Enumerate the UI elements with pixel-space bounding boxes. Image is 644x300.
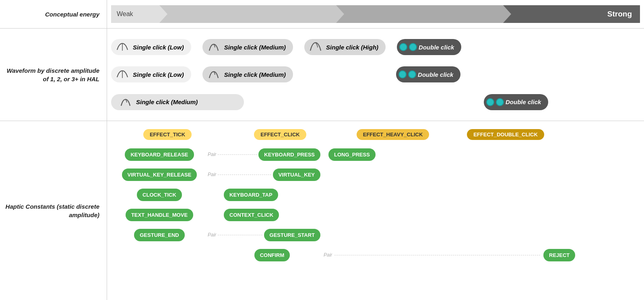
keyboard-release-cell: KEYBOARD_RELEASE (111, 148, 208, 161)
gesture-pair-connector: Pair GESTURE_START (208, 229, 320, 241)
gesture-end-cell: GESTURE_END (111, 229, 208, 241)
haptic-row-clock: CLOCK_TICK KEYBOARD_TAP (111, 187, 640, 203)
wave-medium-icon-2 (206, 69, 221, 80)
right-content: Weak Strong (107, 0, 644, 300)
pair-label-virtual-key: Pair (208, 172, 216, 177)
keyboard-tap-pill: KEYBOARD_TAP (224, 189, 278, 201)
haptic-row-confirm: CONFIRM Pair REJECT (111, 247, 640, 263)
effect-heavy-click-pill: EFFECT_HEAVY_CLICK (357, 129, 429, 140)
pair-line-keyboard (218, 154, 257, 155)
gesture-start-pill: GESTURE_START (264, 229, 320, 241)
effect-click-cell: EFFECT_CLICK (224, 129, 336, 140)
effect-tick-pill: EFFECT_TICK (143, 129, 192, 140)
effect-click-pill: EFFECT_CLICK (254, 129, 306, 140)
effect-row: EFFECT_TICK EFFECT_CLICK EFFECT_HEAVY_CL… (111, 129, 640, 140)
reject-pill: REJECT (543, 249, 575, 261)
context-click-cell: CONTEXT_CLICK (224, 209, 320, 221)
wave-low-icon-1 (115, 41, 130, 53)
energy-strong: Strong (503, 5, 640, 23)
waveform-low-1: Single click (Low) (111, 39, 191, 55)
pair-line-confirm (334, 255, 540, 255)
teal-circle-left-1 (399, 43, 407, 51)
teal-circle-right-1 (409, 43, 417, 51)
left-labels: Conceptual energy Waveform by discrete a… (0, 0, 107, 300)
confirm-pill: CONFIRM (254, 249, 290, 261)
energy-row: Weak Strong (107, 0, 644, 28)
effect-double-click-cell: EFFECT_DOUBLE_CLICK (449, 129, 562, 140)
double-click-icon-3 (488, 97, 502, 108)
energy-seg2 (159, 5, 336, 23)
waveform-double-1: Double click (397, 39, 461, 55)
virtual-key-release-pill: VIRTUAL_KEY_RELEASE (122, 168, 197, 181)
waveform-row-1: Single click (Low) Single click (Medium) (111, 39, 640, 55)
clock-tick-pill: CLOCK_TICK (137, 189, 182, 201)
waveform-medium-1: Single click (Medium) (202, 39, 293, 55)
keyboard-press-pill: KEYBOARD_PRESS (258, 148, 320, 161)
haptic-row-text-handle: TEXT_HANDLE_MOVE CONTEXT_CLICK (111, 207, 640, 223)
long-press-pill: LONG_PRESS (328, 148, 376, 161)
pair-line-gesture (218, 235, 262, 235)
waveform-label: Waveform by discrete amplitude of 1, 2, … (0, 28, 107, 121)
text-handle-move-pill: TEXT_HANDLE_MOVE (126, 209, 193, 221)
teal-circle-left-2 (398, 70, 407, 78)
keyboard-tap-cell: KEYBOARD_TAP (224, 189, 320, 201)
virtual-key-release-cell: VIRTUAL_KEY_RELEASE (111, 168, 208, 181)
waveform-low-2: Single click (Low) (111, 66, 191, 82)
haptic-row-gesture: GESTURE_END Pair GESTURE_START (111, 227, 640, 243)
text-handle-move-cell: TEXT_HANDLE_MOVE (111, 209, 208, 221)
energy-seg3 (336, 5, 503, 23)
haptic-label: Haptic Constants (static discrete amplit… (0, 121, 107, 300)
teal-circle-left-3 (486, 98, 494, 106)
pair-label-keyboard: Pair (208, 152, 216, 157)
context-click-pill: CONTEXT_CLICK (224, 209, 279, 221)
wave-high-icon-1 (308, 41, 323, 53)
virtual-key-pair-connector: Pair VIRTUAL_KEY (208, 168, 320, 181)
waveform-medium-2: Single click (Medium) (202, 66, 293, 82)
teal-circle-right-3 (496, 98, 504, 106)
waveform-high-1: Single click (High) (304, 39, 386, 55)
main-container: Conceptual energy Waveform by discrete a… (0, 0, 644, 300)
wave-medium-icon-3 (118, 97, 133, 108)
effect-double-click-pill: EFFECT_DOUBLE_CLICK (467, 129, 544, 140)
waveform-section: Single click (Low) Single click (Medium) (107, 28, 644, 121)
long-press-cell: LONG_PRESS (328, 148, 433, 161)
confirm-pair-connector: Pair (320, 252, 543, 258)
waveform-row-3: Single click (Medium) Double click (111, 94, 640, 110)
pair-label-confirm: Pair (324, 252, 332, 258)
waveform-double-3: Double click (484, 94, 548, 110)
virtual-key-pill: VIRTUAL_KEY (273, 168, 320, 181)
waveform-row-2: Single click (Low) Single click (Medium) (111, 66, 640, 82)
pair-label-gesture: Pair (208, 232, 216, 238)
keyboard-pair-connector: Pair KEYBOARD_PRESS (208, 148, 320, 161)
waveform-double-2: Double click (396, 66, 460, 82)
teal-circle-right-2 (408, 70, 416, 78)
waveform-medium-3-wide: Single click (Medium) (111, 94, 244, 110)
haptic-row-keyboard: KEYBOARD_RELEASE Pair KEYBOARD_PRESS LON… (111, 146, 640, 162)
conceptual-energy-label: Conceptual energy (0, 0, 107, 28)
effect-heavy-click-cell: EFFECT_HEAVY_CLICK (336, 129, 449, 140)
double-click-icon-2 (400, 69, 415, 80)
clock-tick-cell: CLOCK_TICK (111, 189, 208, 201)
haptic-row-virtual-key: VIRTUAL_KEY_RELEASE Pair VIRTUAL_KEY (111, 166, 640, 183)
reject-cell: REJECT (543, 249, 640, 261)
pair-line-virtual-key (218, 175, 271, 175)
keyboard-release-pill: KEYBOARD_RELEASE (125, 148, 194, 161)
wave-medium-icon-1 (206, 41, 221, 53)
gesture-end-pill: GESTURE_END (134, 229, 185, 241)
double-click-icon-1 (401, 41, 415, 53)
confirm-cell: CONFIRM (224, 249, 320, 261)
energy-arrow: Weak Strong (111, 5, 640, 23)
wave-low-icon-2 (115, 69, 130, 80)
haptic-section: EFFECT_TICK EFFECT_CLICK EFFECT_HEAVY_CL… (107, 121, 644, 300)
effect-tick-cell: EFFECT_TICK (111, 129, 224, 140)
energy-weak: Weak (111, 5, 159, 23)
